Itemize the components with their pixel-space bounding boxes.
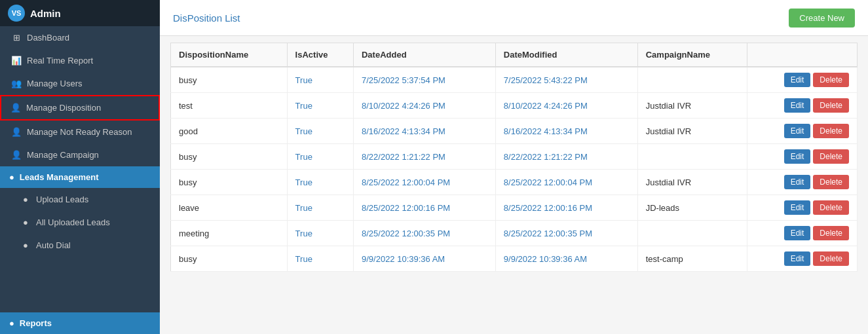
sidebar-item-manage-users[interactable]: 👥 Manage Users bbox=[0, 72, 160, 95]
edit-button[interactable]: Edit bbox=[784, 200, 811, 215]
sidebar-item-upload-leads[interactable]: ● Upload Leads bbox=[0, 188, 160, 211]
cell-campaign-name: test-camp bbox=[637, 246, 747, 272]
sidebar-item-dashboard[interactable]: ⊞ DashBoard bbox=[0, 26, 160, 49]
cell-date-modified: 8/22/2022 1:21:22 PM bbox=[495, 144, 637, 170]
cell-actions: EditDelete bbox=[747, 170, 857, 195]
sidebar-item-realtime-report[interactable]: 📊 Real Time Report bbox=[0, 49, 160, 72]
autodial-icon: ● bbox=[20, 240, 31, 250]
app-logo: VS bbox=[8, 5, 25, 22]
cell-date-added: 8/16/2022 4:13:34 PM bbox=[353, 119, 495, 144]
cell-campaign-name: JD-leads bbox=[637, 195, 747, 221]
sidebar-item-label: All Uploaded Leads bbox=[36, 217, 110, 227]
cell-disposition-name: test bbox=[171, 93, 288, 119]
cell-actions: EditDelete bbox=[747, 93, 857, 119]
sidebar-item-manage-disposition[interactable]: 👤 Manage Disposition bbox=[0, 95, 160, 121]
col-disposition-name: DispositionName bbox=[171, 43, 288, 67]
cell-disposition-name: good bbox=[171, 119, 288, 144]
cell-date-added: 8/10/2022 4:24:26 PM bbox=[353, 93, 495, 119]
cell-date-modified: 7/25/2022 5:43:22 PM bbox=[495, 67, 637, 93]
create-new-button[interactable]: Create New bbox=[789, 9, 855, 28]
cell-date-modified: 8/10/2022 4:24:26 PM bbox=[495, 93, 637, 119]
delete-button[interactable]: Delete bbox=[813, 175, 849, 189]
uploaded-icon: ● bbox=[20, 217, 31, 227]
cell-disposition-name: busy bbox=[171, 246, 288, 272]
cell-actions: EditDelete bbox=[747, 221, 857, 246]
main-content: DisPosition List Create New DispositionN… bbox=[160, 0, 868, 334]
chart-icon: 📊 bbox=[11, 56, 22, 65]
cell-campaign-name bbox=[637, 144, 747, 170]
edit-button[interactable]: Edit bbox=[784, 175, 811, 189]
sidebar-section-leads-management[interactable]: ● Leads Management bbox=[0, 166, 160, 188]
sidebar-header: VS Admin bbox=[0, 0, 160, 26]
sidebar-item-label: Upload Leads bbox=[36, 195, 88, 204]
reports-icon: ● bbox=[9, 318, 14, 328]
cell-disposition-name: busy bbox=[171, 144, 288, 170]
col-date-added: DateAdded bbox=[353, 43, 495, 67]
sidebar-item-label: Manage Not Ready Reason bbox=[27, 127, 132, 137]
cell-campaign-name bbox=[637, 221, 747, 246]
sidebar-item-all-uploaded-leads[interactable]: ● All Uploaded Leads bbox=[0, 211, 160, 234]
cell-campaign-name: Justdial IVR bbox=[637, 93, 747, 119]
table-row: leaveTrue8/25/2022 12:00:16 PM8/25/2022 … bbox=[171, 195, 858, 221]
users-icon: 👥 bbox=[11, 79, 22, 88]
table-row: busyTrue9/9/2022 10:39:36 AM9/9/2022 10:… bbox=[171, 246, 858, 272]
cell-is-active: True bbox=[287, 195, 353, 221]
cell-actions: EditDelete bbox=[747, 195, 857, 221]
table-row: goodTrue8/16/2022 4:13:34 PM8/16/2022 4:… bbox=[171, 119, 858, 144]
sidebar-item-auto-dial[interactable]: ● Auto Dial bbox=[0, 234, 160, 257]
cell-campaign-name bbox=[637, 67, 747, 93]
delete-button[interactable]: Delete bbox=[813, 200, 849, 215]
table-row: busyTrue8/22/2022 1:21:22 PM8/22/2022 1:… bbox=[171, 144, 858, 170]
not-ready-icon: 👤 bbox=[11, 127, 22, 137]
edit-button[interactable]: Edit bbox=[784, 98, 811, 113]
cell-is-active: True bbox=[287, 67, 353, 93]
page-title: DisPosition List bbox=[173, 12, 240, 24]
col-actions bbox=[747, 43, 857, 67]
delete-button[interactable]: Delete bbox=[813, 226, 849, 240]
cell-campaign-name: Justdial IVR bbox=[637, 119, 747, 144]
cell-is-active: True bbox=[287, 246, 353, 272]
sidebar-item-label: DashBoard bbox=[27, 33, 69, 43]
sidebar-item-label: Auto Dial bbox=[36, 240, 71, 250]
upload-icon: ● bbox=[20, 195, 31, 204]
cell-date-modified: 9/9/2022 10:39:36 AM bbox=[495, 246, 637, 272]
cell-campaign-name: Justdial IVR bbox=[637, 170, 747, 195]
disposition-table: DispositionName IsActive DateAdded DateM… bbox=[170, 43, 858, 272]
col-is-active: IsActive bbox=[287, 43, 353, 67]
cell-date-added: 9/9/2022 10:39:36 AM bbox=[353, 246, 495, 272]
sidebar-item-label: Manage Disposition bbox=[26, 103, 101, 113]
table-row: testTrue8/10/2022 4:24:26 PM8/10/2022 4:… bbox=[171, 93, 858, 119]
cell-date-modified: 8/25/2022 12:00:35 PM bbox=[495, 221, 637, 246]
cell-date-added: 8/25/2022 12:00:16 PM bbox=[353, 195, 495, 221]
sidebar-item-manage-not-ready-reason[interactable]: 👤 Manage Not Ready Reason bbox=[0, 121, 160, 143]
sidebar-item-label: Manage Users bbox=[27, 79, 83, 88]
cell-date-added: 8/25/2022 12:00:35 PM bbox=[353, 221, 495, 246]
sidebar-item-label: Real Time Report bbox=[27, 56, 93, 65]
sidebar-section-reports[interactable]: ● Reports bbox=[0, 312, 160, 334]
cell-date-added: 7/25/2022 5:37:54 PM bbox=[353, 67, 495, 93]
edit-button[interactable]: Edit bbox=[784, 73, 811, 87]
cell-is-active: True bbox=[287, 170, 353, 195]
table-row: busyTrue8/25/2022 12:00:04 PM8/25/2022 1… bbox=[171, 170, 858, 195]
cell-actions: EditDelete bbox=[747, 144, 857, 170]
table-row: busyTrue7/25/2022 5:37:54 PM7/25/2022 5:… bbox=[171, 67, 858, 93]
delete-button[interactable]: Delete bbox=[813, 149, 849, 164]
sidebar-item-manage-campaign[interactable]: 👤 Manage Campaign bbox=[0, 143, 160, 166]
edit-button[interactable]: Edit bbox=[784, 226, 811, 240]
delete-button[interactable]: Delete bbox=[813, 73, 849, 87]
delete-button[interactable]: Delete bbox=[813, 98, 849, 113]
edit-button[interactable]: Edit bbox=[784, 149, 811, 164]
cell-actions: EditDelete bbox=[747, 246, 857, 272]
edit-button[interactable]: Edit bbox=[784, 124, 811, 138]
admin-label: Admin bbox=[30, 8, 61, 19]
cell-is-active: True bbox=[287, 144, 353, 170]
page-header: DisPosition List Create New bbox=[160, 0, 868, 36]
edit-button[interactable]: Edit bbox=[784, 251, 811, 266]
delete-button[interactable]: Delete bbox=[813, 251, 849, 266]
cell-date-modified: 8/25/2022 12:00:16 PM bbox=[495, 195, 637, 221]
table-container: DispositionName IsActive DateAdded DateM… bbox=[160, 36, 868, 334]
col-campaign-name: CampaignName bbox=[637, 43, 747, 67]
delete-button[interactable]: Delete bbox=[813, 124, 849, 138]
sidebar-item-label: Manage Campaign bbox=[27, 150, 99, 160]
cell-disposition-name: leave bbox=[171, 195, 288, 221]
